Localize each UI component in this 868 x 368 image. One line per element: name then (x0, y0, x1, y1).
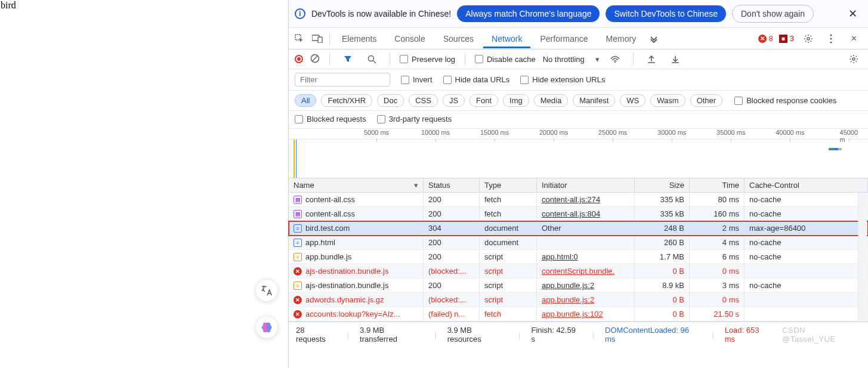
table-row[interactable]: ▤content-all.css200fetchcontent-all.js:8… (289, 207, 868, 221)
network-settings-icon[interactable] (845, 54, 862, 64)
type-filter-wasm[interactable]: Wasm (650, 94, 685, 107)
hide-extension-urls-checkbox[interactable]: Hide extension URLs (520, 75, 605, 84)
initiator-link[interactable]: app.bundle.js:102 (542, 310, 603, 318)
initiator-link[interactable]: app.bundle.js:2 (542, 295, 594, 304)
type-filter-doc[interactable]: Doc (377, 94, 404, 107)
info-icon: i (295, 8, 305, 19)
tab-elements[interactable]: Elements (333, 29, 385, 48)
table-row[interactable]: ✕ajs-destination.bundle.js(blocked:...sc… (289, 264, 868, 279)
col-header-cache[interactable]: Cache-Control (745, 178, 868, 192)
type-filter-font[interactable]: Font (469, 94, 498, 107)
more-tabs-icon[interactable] (645, 34, 662, 44)
throttling-select[interactable]: No throttling▾ (543, 55, 600, 64)
type-filter-ws[interactable]: WS (620, 94, 645, 107)
table-row[interactable]: ≡app.bundle.js200scriptapp.html:01.7 MB6… (289, 250, 868, 264)
always-match-button[interactable]: Always match Chrome's language (457, 5, 600, 22)
close-devtools-icon[interactable]: ✕ (845, 34, 862, 43)
filter-row: Invert Hide data URLs Hide extension URL… (289, 69, 868, 91)
request-type: document (480, 236, 537, 249)
type-filter-fetchxhr[interactable]: Fetch/XHR (321, 94, 372, 107)
upload-har-icon[interactable] (643, 54, 660, 64)
timeline-tick: 15000 ms (480, 129, 509, 136)
filter-toggle-icon[interactable] (339, 55, 356, 63)
timeline-overview[interactable]: 5000 ms10000 ms15000 ms20000 ms25000 ms3… (289, 129, 868, 178)
tab-network[interactable]: Network (483, 29, 530, 48)
page-body-text: bird (0, 0, 288, 11)
initiator-link[interactable]: content-all.js:804 (542, 209, 600, 218)
filter-input[interactable] (295, 73, 390, 86)
table-row[interactable]: ≡bird.test.com304documentOther248 B2 msm… (289, 221, 868, 236)
issues-badge[interactable]: ■3 (779, 34, 794, 43)
type-filter-media[interactable]: Media (534, 94, 568, 107)
col-header-name[interactable]: Name▾ (289, 178, 424, 192)
table-row[interactable]: ≡app.html200document260 B4 msno-cache (289, 236, 868, 250)
table-row[interactable]: ≡ajs-destination.bundle.js200scriptapp.b… (289, 279, 868, 293)
settings-icon[interactable] (800, 34, 817, 44)
type-filter-manifest[interactable]: Manifest (573, 94, 615, 107)
dont-show-again-button[interactable]: Don't show again (732, 5, 814, 23)
device-toggle-icon[interactable] (309, 35, 326, 43)
initiator-link[interactable]: content-all.js:274 (542, 195, 600, 204)
tab-sources[interactable]: Sources (435, 29, 482, 48)
request-time: 80 ms (690, 193, 745, 206)
tab-console[interactable]: Console (386, 29, 433, 48)
tab-memory[interactable]: Memory (598, 29, 645, 48)
sb-requests: 28 requests (296, 326, 336, 344)
sb-resources: 3.9 MB resources (447, 326, 508, 344)
type-filter-img[interactable]: Img (503, 94, 529, 107)
search-icon[interactable] (363, 55, 380, 64)
kebab-menu-icon[interactable] (823, 34, 839, 44)
network-conditions-icon[interactable] (607, 55, 623, 63)
blocked-cookies-label: Blocked response cookies (746, 96, 836, 105)
col-header-time[interactable]: Time (690, 178, 745, 192)
separator (329, 33, 330, 45)
err-file-icon: ✕ (294, 296, 302, 304)
request-name: adwords.dynamic.js.gz (305, 295, 384, 304)
request-time: 2 ms (690, 221, 745, 235)
close-infobar-icon[interactable]: ✕ (844, 5, 862, 23)
col-header-size[interactable]: Size (635, 178, 690, 192)
table-row[interactable]: ✕accounts:lookup?key=AIz...(failed) n...… (289, 307, 868, 321)
request-status: 304 (424, 221, 480, 235)
type-filter-css[interactable]: CSS (409, 94, 438, 107)
tab-performance[interactable]: Performance (532, 29, 596, 48)
type-filter-other[interactable]: Other (690, 94, 723, 107)
translate-floater[interactable] (256, 280, 277, 301)
svg-point-11 (614, 62, 616, 63)
request-status: 200 (424, 250, 480, 264)
initiator-link[interactable]: app.html:0 (542, 252, 578, 261)
initiator-link[interactable]: app.bundle.js:2 (542, 281, 594, 290)
record-button[interactable] (295, 55, 303, 63)
blocked-requests-label: Blocked requests (307, 115, 366, 123)
infobar-text: DevTools is now available in Chinese! (311, 9, 451, 18)
col-header-status[interactable]: Status (424, 178, 480, 192)
request-initiator: app.bundle.js:2 (537, 293, 635, 307)
preserve-log-checkbox[interactable]: Preserve log (400, 55, 455, 64)
table-row[interactable]: ✕adwords.dynamic.js.gz(blocked:...script… (289, 293, 868, 307)
third-party-checkbox[interactable]: 3rd-party requests (377, 115, 452, 123)
col-header-type[interactable]: Type (480, 178, 537, 192)
blocked-cookies-checkbox[interactable]: Blocked response cookies (734, 96, 836, 105)
request-time: 21.50 s (690, 307, 745, 321)
blocked-requests-checkbox[interactable]: Blocked requests (295, 115, 366, 123)
initiator-link[interactable]: contentScript.bundle. (542, 267, 614, 276)
col-header-initiator[interactable]: Initiator (537, 178, 635, 192)
type-filter-js[interactable]: JS (443, 94, 465, 107)
disable-cache-checkbox[interactable]: Disable cache (475, 55, 536, 64)
language-infobar: i DevTools is now available in Chinese! … (289, 0, 868, 28)
errors-badge[interactable]: ✕8 (758, 34, 773, 43)
ai-floater[interactable] (256, 317, 277, 338)
inspect-icon[interactable] (291, 34, 308, 44)
request-cache: no-cache (745, 193, 868, 206)
doc-file-icon: ≡ (294, 239, 302, 247)
invert-checkbox[interactable]: Invert (401, 75, 433, 84)
devtools-pane: i DevTools is now available in Chinese! … (289, 0, 868, 368)
type-filter-all[interactable]: All (295, 94, 316, 107)
sb-transferred: 3.9 MB transferred (360, 326, 424, 344)
table-row[interactable]: ▤content-all.css200fetchcontent-all.js:2… (289, 193, 868, 207)
switch-language-button[interactable]: Switch DevTools to Chinese (606, 5, 726, 22)
clear-button[interactable] (310, 54, 320, 65)
download-har-icon[interactable] (667, 54, 684, 64)
hide-data-urls-checkbox[interactable]: Hide data URLs (443, 75, 510, 84)
separator (465, 53, 465, 65)
